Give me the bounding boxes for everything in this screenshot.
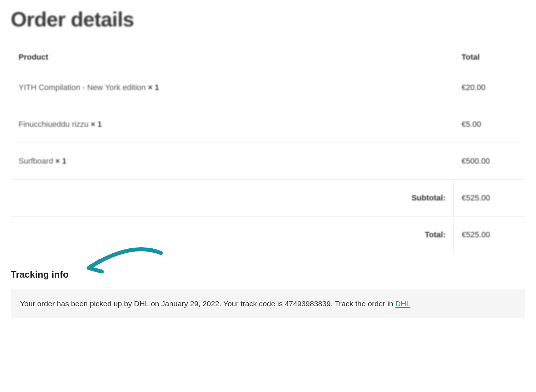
total-label: Total:	[11, 217, 454, 253]
product-name: Surfboard	[19, 157, 53, 165]
product-cell: YITH Compilation - New York edition × 1	[11, 69, 454, 106]
table-row: YITH Compilation - New York edition × 1 …	[11, 69, 525, 106]
product-qty: × 1	[55, 157, 66, 165]
tracking-message: Your order has been picked up by DHL on …	[20, 299, 395, 308]
product-name: Finucchiueddu rizzu	[19, 120, 89, 129]
subtotal-value: €525.00	[454, 180, 525, 217]
product-qty: × 1	[91, 120, 102, 129]
column-header-total: Total	[454, 45, 525, 69]
table-row: Surfboard × 1 €500.00	[11, 143, 525, 180]
tracking-heading: Tracking info	[11, 269, 525, 280]
page-title: Order details	[11, 7, 525, 31]
tracking-section: Tracking info Your order has been picked…	[11, 269, 525, 318]
tracking-message-box: Your order has been picked up by DHL on …	[11, 289, 525, 318]
column-header-product: Product	[11, 45, 454, 69]
table-row: Finucchiueddu rizzu × 1 €5.00	[11, 106, 525, 143]
subtotal-label: Subtotal:	[11, 180, 454, 217]
product-name: YITH Compilation - New York edition	[19, 83, 146, 92]
product-qty: × 1	[148, 83, 159, 92]
tracking-link[interactable]: DHL	[395, 299, 410, 308]
order-details-table: Product Total YITH Compilation - New Yor…	[11, 45, 525, 253]
product-price: €20.00	[454, 69, 525, 106]
product-price: €5.00	[454, 106, 525, 143]
total-value: €525.00	[454, 217, 525, 253]
product-price: €500.00	[454, 143, 525, 180]
product-cell: Finucchiueddu rizzu × 1	[11, 106, 454, 143]
product-cell: Surfboard × 1	[11, 143, 454, 180]
